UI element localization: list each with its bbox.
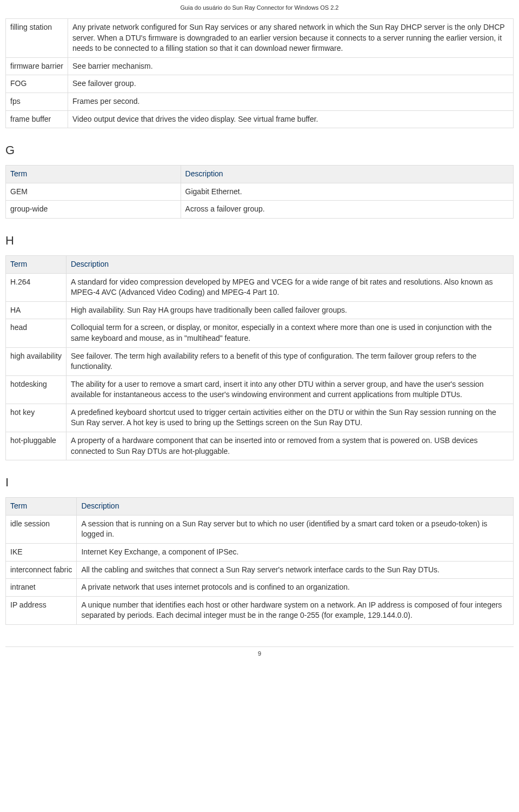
table-row: hot-pluggable A property of a hardware c… xyxy=(6,432,514,460)
doc-header: Guia do usuário do Sun Ray Connector for… xyxy=(5,0,514,18)
table-header-row: Term Description xyxy=(6,255,514,273)
desc-cell: The ability for a user to remove a smart… xyxy=(66,375,513,404)
table-row: H.264 A standard for video compression d… xyxy=(6,273,514,301)
glossary-table-h: Term Description H.264 A standard for vi… xyxy=(5,255,514,460)
table-row: hot key A predefined keyboard shortcut u… xyxy=(6,404,514,432)
table-row: firmware barrier See barrier mechanism. xyxy=(6,57,514,75)
column-header-term: Term xyxy=(6,498,77,516)
column-header-desc: Description xyxy=(181,166,513,183)
term-cell: H.264 xyxy=(6,273,66,301)
table-row: filling station Any private network conf… xyxy=(6,19,514,58)
term-cell: HA xyxy=(6,301,66,319)
desc-cell: A private network that uses internet pro… xyxy=(77,579,514,597)
term-cell: GEM xyxy=(6,183,181,201)
page-number: 9 xyxy=(5,646,514,657)
table-row: hotdesking The ability for a user to rem… xyxy=(6,375,514,404)
table-header-row: Term Description xyxy=(6,498,514,516)
term-cell: hotdesking xyxy=(6,375,66,404)
table-row: high availability See failover. The term… xyxy=(6,347,514,375)
table-row: idle session A session that is running o… xyxy=(6,515,514,543)
desc-cell: Video output device that drives the vide… xyxy=(68,110,514,128)
term-cell: frame buffer xyxy=(6,110,68,128)
heading-g: G xyxy=(5,143,514,157)
term-cell: hot key xyxy=(6,404,66,432)
term-cell: high availability xyxy=(6,347,66,375)
desc-cell: A session that is running on a Sun Ray s… xyxy=(77,515,514,543)
table-row: group-wide Across a failover group. xyxy=(6,201,514,219)
desc-cell: Any private network configured for Sun R… xyxy=(68,19,514,58)
column-header-term: Term xyxy=(6,166,181,183)
desc-cell: High availability. Sun Ray HA groups hav… xyxy=(66,301,513,319)
term-cell: interconnect fabric xyxy=(6,561,77,579)
desc-cell: All the cabling and switches that connec… xyxy=(77,561,514,579)
table-row: HA High availability. Sun Ray HA groups … xyxy=(6,301,514,319)
desc-cell: See failover. The term high availability… xyxy=(66,347,513,375)
desc-cell: See barrier mechanism. xyxy=(68,57,514,75)
term-cell: firmware barrier xyxy=(6,57,68,75)
term-cell: IKE xyxy=(6,544,77,562)
term-cell: IP address xyxy=(6,596,77,624)
table-row: IP address A unique number that identifi… xyxy=(6,596,514,624)
desc-cell: A property of a hardware component that … xyxy=(66,432,513,460)
desc-cell: A unique number that identifies each hos… xyxy=(77,596,514,624)
term-cell: fps xyxy=(6,93,68,110)
term-cell: intranet xyxy=(6,579,77,597)
term-cell: filling station xyxy=(6,19,68,58)
term-cell: idle session xyxy=(6,515,77,543)
table-row: GEM Gigabit Ethernet. xyxy=(6,183,514,201)
desc-cell: Across a failover group. xyxy=(181,201,513,219)
table-row: FOG See failover group. xyxy=(6,75,514,93)
term-cell: FOG xyxy=(6,75,68,93)
table-row: intranet A private network that uses int… xyxy=(6,579,514,597)
column-header-desc: Description xyxy=(77,498,514,516)
desc-cell: Colloquial term for a screen, or display… xyxy=(66,319,513,347)
table-row: head Colloquial term for a screen, or di… xyxy=(6,319,514,347)
term-cell: head xyxy=(6,319,66,347)
glossary-table-i: Term Description idle session A session … xyxy=(5,497,514,625)
desc-cell: See failover group. xyxy=(68,75,514,93)
column-header-desc: Description xyxy=(66,255,513,273)
table-row: IKE Internet Key Exchange, a component o… xyxy=(6,544,514,562)
desc-cell: Internet Key Exchange, a component of IP… xyxy=(77,544,514,562)
desc-cell: Gigabit Ethernet. xyxy=(181,183,513,201)
table-row: fps Frames per second. xyxy=(6,93,514,110)
desc-cell: A standard for video compression develop… xyxy=(66,273,513,301)
table-row: frame buffer Video output device that dr… xyxy=(6,110,514,128)
table-row: interconnect fabric All the cabling and … xyxy=(6,561,514,579)
desc-cell: A predefined keyboard shortcut used to t… xyxy=(66,404,513,432)
heading-h: H xyxy=(5,234,514,248)
column-header-term: Term xyxy=(6,255,66,273)
term-cell: group-wide xyxy=(6,201,181,219)
glossary-table-g: Term Description GEM Gigabit Ethernet. g… xyxy=(5,165,514,219)
desc-cell: Frames per second. xyxy=(68,93,514,110)
term-cell: hot-pluggable xyxy=(6,432,66,460)
table-header-row: Term Description xyxy=(6,166,514,183)
heading-i: I xyxy=(5,476,514,490)
glossary-table-f: filling station Any private network conf… xyxy=(5,18,514,128)
